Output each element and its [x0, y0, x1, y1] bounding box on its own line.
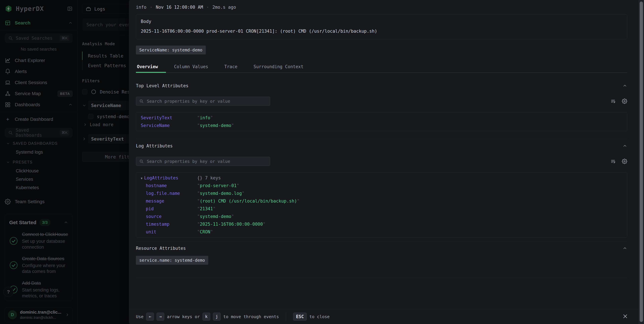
k-keycap: k	[202, 313, 210, 321]
attr-key[interactable]: log.file.name	[141, 191, 197, 196]
attr-value[interactable]: 2025-11-16T06:00:00-0000	[197, 222, 266, 227]
attr-key[interactable]: source	[141, 214, 197, 219]
close-modal-button[interactable]	[621, 312, 629, 320]
top-level-attributes-table: SeverityText info ServiceName systemd-de…	[136, 112, 627, 131]
event-timestamp: Nov 16 12:00:00 AM	[156, 5, 203, 10]
section-resource-attributes: Resource Attributes	[136, 246, 627, 251]
collapse-section-icon[interactable]	[622, 144, 627, 148]
tag-row: ServiceName: systemd-demo	[136, 46, 627, 54]
event-detail-content: info · Nov 16 12:00:00 AM · 2mo.s ago Bo…	[136, 0, 627, 309]
section-divider	[136, 241, 627, 241]
table-tools	[610, 159, 627, 164]
table-tools	[610, 99, 627, 104]
close-icon	[622, 313, 628, 320]
section-divider	[136, 139, 627, 139]
attr-key[interactable]: timestamp	[141, 222, 197, 227]
wrap-lines-icon[interactable]	[610, 99, 616, 104]
log-attributes-search-input[interactable]: Search properties by key or value	[136, 157, 270, 166]
scrollbar-track[interactable]	[639, 0, 644, 324]
table-row-root[interactable]: ▾LogAttributes {} 7 keys	[136, 174, 627, 182]
top-level-search-input[interactable]: Search properties by key or value	[136, 97, 270, 106]
tab-surrounding-context[interactable]: Surrounding Context	[246, 62, 312, 73]
collapse-section-icon[interactable]	[622, 83, 627, 88]
footer-text: arrow keys or	[167, 314, 200, 319]
scrollbar-thumb[interactable]	[640, 1, 643, 322]
table-row[interactable]: unit CRON	[136, 228, 627, 236]
footer-text: to move through events	[223, 314, 279, 319]
event-header: info · Nov 16 12:00:00 AM · 2mo.s ago	[136, 5, 627, 10]
collapse-section-icon[interactable]	[622, 246, 627, 251]
body-value[interactable]: 2025-11-16T06:00:00-0000 prod-server-01 …	[141, 29, 622, 34]
table-row[interactable]: ServiceName systemd-demo	[136, 122, 627, 129]
body-box: Body 2025-11-16T06:00:00-0000 prod-serve…	[136, 14, 627, 39]
separator: ·	[206, 5, 209, 10]
tag-row: service.name: systemd-demo	[136, 256, 627, 265]
search-placeholder: Search properties by key or value	[147, 159, 230, 164]
app-root: HyperDX Search Saved Searches ⌘K	[0, 0, 644, 324]
tab-overview[interactable]: Overview	[136, 62, 166, 73]
separator: ·	[150, 5, 152, 10]
attr-value[interactable]: prod-server-01	[197, 183, 239, 188]
attr-key[interactable]: hostname	[141, 183, 197, 188]
service-tag[interactable]: ServiceName: systemd-demo	[136, 46, 206, 54]
j-keycap: j	[213, 313, 221, 321]
attr-value[interactable]: (root) CMD (/usr/local/bin/backup.sh)	[197, 198, 300, 203]
attr-value[interactable]: systemd-demo	[197, 214, 234, 219]
tab-column-values[interactable]: Column Values	[166, 62, 216, 73]
attr-value[interactable]: systemd-demo.log	[197, 191, 244, 196]
attr-value[interactable]: 21341	[197, 206, 216, 211]
detail-tabs: Overview Column Values Trace Surrounding…	[136, 62, 627, 73]
section-top-level-attributes: Top Level Attributes	[136, 83, 627, 88]
gear-icon[interactable]	[622, 99, 627, 104]
footer-text: Use	[136, 314, 144, 319]
modal-footer: Use ← → arrow keys or k j to move throug…	[129, 309, 638, 324]
attr-value[interactable]: CRON	[197, 229, 213, 234]
footer-text: to close	[310, 314, 330, 319]
keys-count: {} 7 keys	[197, 175, 221, 180]
table-row[interactable]: message (root) CMD (/usr/local/bin/backu…	[136, 197, 627, 205]
attr-key[interactable]: pid	[141, 206, 197, 211]
attr-key[interactable]: message	[141, 198, 197, 203]
attr-root[interactable]: ▾LogAttributes	[141, 175, 197, 180]
table-row[interactable]: SeverityText info	[136, 114, 627, 122]
section-title: Resource Attributes	[136, 246, 186, 251]
search-row: Search properties by key or value	[136, 157, 627, 166]
arrow-right-keycap: →	[156, 313, 164, 321]
body-label: Body	[141, 19, 622, 24]
table-row[interactable]: hostname prod-server-01	[136, 182, 627, 189]
event-detail-panel: info · Nov 16 12:00:00 AM · 2mo.s ago Bo…	[129, 0, 644, 324]
attr-key[interactable]: ServiceName	[141, 123, 197, 128]
search-row: Search properties by key or value	[136, 97, 627, 106]
section-log-attributes: Log Attributes	[136, 144, 627, 149]
attr-value[interactable]: info	[197, 115, 213, 120]
tab-trace[interactable]: Trace	[216, 62, 246, 73]
attr-key[interactable]: SeverityText	[141, 115, 197, 120]
arrow-left-keycap: ←	[146, 313, 154, 321]
table-row[interactable]: timestamp 2025-11-16T06:00:00-0000	[136, 220, 627, 228]
section-title: Top Level Attributes	[136, 83, 188, 88]
search-placeholder: Search properties by key or value	[147, 99, 230, 104]
relative-time: 2mo.s ago	[212, 5, 236, 10]
modal-backdrop[interactable]	[0, 0, 129, 324]
table-row[interactable]: source systemd-demo	[136, 213, 627, 220]
collapse-node-icon[interactable]: ▾	[141, 176, 142, 180]
table-row[interactable]: pid 21341	[136, 205, 627, 213]
gear-icon[interactable]	[622, 159, 627, 164]
wrap-lines-icon[interactable]	[610, 159, 616, 164]
esc-keycap: ESC	[293, 313, 307, 321]
section-title: Log Attributes	[136, 144, 173, 149]
log-attributes-table: ▾LogAttributes {} 7 keys hostname prod-s…	[136, 172, 627, 238]
attr-key[interactable]: unit	[141, 229, 197, 234]
resource-service-name-tag[interactable]: service.name: systemd-demo	[136, 256, 208, 265]
search-icon	[139, 99, 144, 104]
table-row[interactable]: log.file.name systemd-demo.log	[136, 189, 627, 197]
severity-text: info	[136, 5, 146, 10]
search-icon	[139, 159, 144, 164]
attr-value[interactable]: systemd-demo	[197, 123, 234, 128]
